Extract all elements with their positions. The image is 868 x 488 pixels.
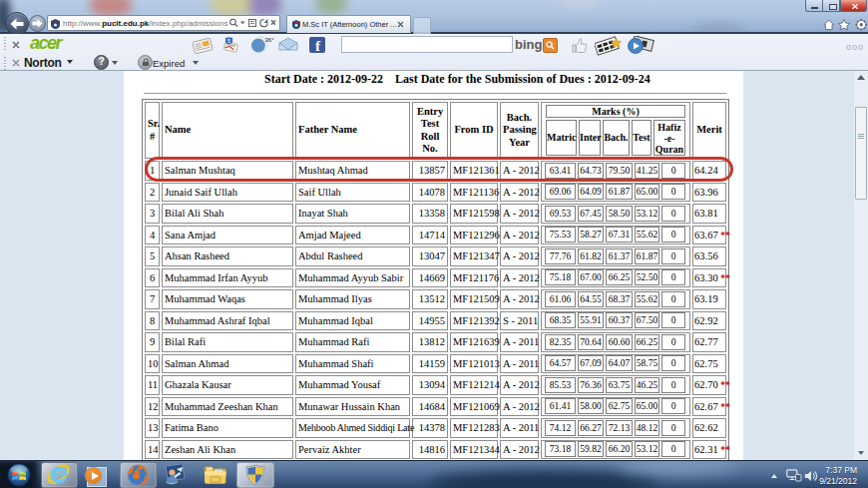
svg-text:36°: 36° [265,37,275,43]
svg-text:5: 5 [227,38,230,44]
